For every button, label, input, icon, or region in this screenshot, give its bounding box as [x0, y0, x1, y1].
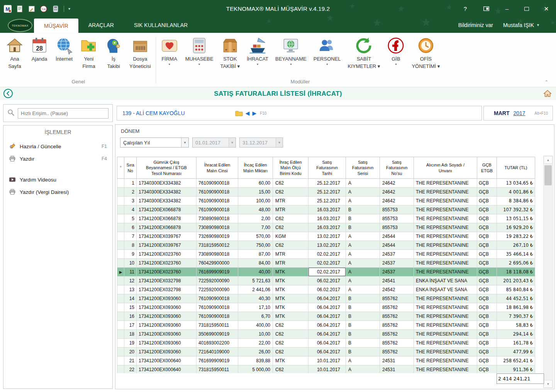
- table-cell[interactable]: 84,00: [238, 259, 273, 268]
- table-cell[interactable]: THE REPRESENTANINE: [414, 348, 477, 356]
- table-cell[interactable]: 294,14 ₺: [497, 330, 535, 339]
- home-icon[interactable]: [543, 89, 552, 100]
- table-cell[interactable]: C62: [273, 179, 309, 188]
- table-cell[interactable]: 855753: [380, 205, 414, 214]
- table-row[interactable]: 1317341200EX0327987225920000902 441,06MT…: [117, 285, 535, 294]
- table-cell[interactable]: 06.04.2017: [309, 330, 346, 339]
- calculator-icon[interactable]: [52, 5, 59, 13]
- table-cell[interactable]: 722592000090: [197, 285, 238, 294]
- table-cell[interactable]: 258 652,41 ₺: [497, 356, 535, 365]
- table-cell[interactable]: 2 695,06 ₺: [497, 259, 535, 268]
- table-cell[interactable]: 750,00: [238, 241, 273, 250]
- table-cell[interactable]: 44 452,51 ₺: [497, 294, 535, 303]
- tab-musavi-r[interactable]: MÜŞAVİR: [34, 19, 78, 33]
- table-cell[interactable]: B: [346, 321, 380, 330]
- table-cell[interactable]: 40,30: [238, 294, 273, 303]
- ribbon-button-yeni-firma[interactable]: YeniFirma: [76, 36, 101, 71]
- table-cell[interactable]: 18 861,98 ₺: [497, 303, 535, 312]
- user-menu[interactable]: Mustafa IŞIK▼: [503, 22, 540, 28]
- table-cell[interactable]: B: [346, 214, 380, 223]
- table-cell[interactable]: 18: [124, 330, 137, 339]
- table-cell[interactable]: 730890980018: [197, 223, 238, 232]
- table-cell[interactable]: 6: [124, 223, 137, 232]
- table-cell[interactable]: 85 840,84 ₺: [497, 285, 535, 294]
- table-cell[interactable]: GÇB: [477, 259, 497, 268]
- table-cell[interactable]: 17341200EX023760: [137, 250, 197, 259]
- table-row[interactable]: 1417341200EX09306076109090001840,30MTK06…: [117, 294, 535, 303]
- table-cell[interactable]: 8 384,86 ₺: [497, 197, 535, 205]
- table-row[interactable]: 1217341200EX0327987225920000905 721,63MT…: [117, 277, 535, 285]
- notification-link[interactable]: Bildiriminiz var: [458, 22, 493, 28]
- table-cell[interactable]: 13 051,15 ₺: [497, 214, 535, 223]
- table-cell[interactable]: 761090900018: [197, 197, 238, 205]
- table-cell[interactable]: MTK: [273, 294, 309, 303]
- table-cell[interactable]: 855762: [380, 294, 414, 303]
- table-cell[interactable]: 10: [124, 259, 137, 268]
- table-row[interactable]: 1717341200EX093060731815950011400,00C620…: [117, 321, 535, 330]
- table-cell[interactable]: 730890980018: [197, 250, 238, 259]
- table-cell[interactable]: GÇB: [477, 241, 497, 250]
- panel-dock-icon[interactable]: [483, 5, 490, 12]
- table-cell[interactable]: 06.02.2017: [309, 277, 346, 285]
- table-cell[interactable]: 24537: [380, 268, 414, 277]
- table-cell[interactable]: GÇB: [477, 365, 497, 373]
- table-cell[interactable]: 7 390,37 ₺: [497, 312, 535, 321]
- table-cell[interactable]: ENKA İNŞAAT VE SANA: [414, 277, 477, 285]
- table-cell[interactable]: 731815950011: [197, 365, 238, 373]
- table-cell[interactable]: 201 203,43 ₺: [497, 277, 535, 285]
- table-row[interactable]: 117340300EX33438276109090001860,00C6225.…: [117, 179, 535, 188]
- table-cell[interactable]: 48,00: [238, 205, 273, 214]
- table-row[interactable]: 617341200EX0668787308909800187,00C6216.0…: [117, 223, 535, 232]
- table-cell[interactable]: 16: [124, 312, 137, 321]
- table-cell[interactable]: 5 000,00: [238, 365, 273, 373]
- table-cell[interactable]: 17: [124, 321, 137, 330]
- table-cell[interactable]: 17341200EX093060: [137, 294, 197, 303]
- table-cell[interactable]: 18 118,08 ₺: [497, 268, 535, 277]
- table-cell[interactable]: C62: [273, 223, 309, 232]
- table-cell[interactable]: THE REPRESENTANINE: [414, 303, 477, 312]
- table-cell[interactable]: 855753: [380, 214, 414, 223]
- table-cell[interactable]: 11: [124, 268, 137, 277]
- table-cell[interactable]: C62: [273, 339, 309, 348]
- table-cell[interactable]: 40,00: [238, 268, 273, 277]
- table-cell[interactable]: GÇB: [477, 179, 497, 188]
- table-cell[interactable]: 24531: [380, 356, 414, 365]
- table-cell[interactable]: MTK: [273, 303, 309, 312]
- table-cell[interactable]: A: [346, 241, 380, 250]
- folder-icon[interactable]: [235, 110, 243, 116]
- table-cell[interactable]: THE REPRESENTANINE: [414, 321, 477, 330]
- table-cell[interactable]: GÇB: [477, 277, 497, 285]
- table-cell[interactable]: A: [346, 197, 380, 205]
- table-cell[interactable]: 761090900018: [197, 294, 238, 303]
- grid-column-header[interactable]: Satış Faturasının Serisi: [346, 157, 380, 179]
- table-cell[interactable]: 2 441,06: [238, 285, 273, 294]
- table-cell[interactable]: 855762: [380, 312, 414, 321]
- table-cell[interactable]: 06.04.2017: [309, 312, 346, 321]
- table-cell[interactable]: THE REPRESENTANINE: [414, 241, 477, 250]
- table-cell[interactable]: 8: [124, 241, 137, 250]
- help-button[interactable]: ?: [462, 5, 469, 12]
- table-cell[interactable]: 24544: [380, 232, 414, 241]
- grid-column-header[interactable]: Sıra No: [124, 157, 137, 179]
- table-cell[interactable]: GÇB: [477, 232, 497, 241]
- ribbon-button-i-nternet[interactable]: İnternet: [52, 36, 76, 64]
- table-cell[interactable]: THE REPRESENTANINE: [414, 339, 477, 348]
- table-cell[interactable]: 761090900018: [197, 312, 238, 321]
- table-row[interactable]: 1017341200EX02376076042990000084,00MTR02…: [117, 259, 535, 268]
- table-cell[interactable]: THE REPRESENTANINE: [414, 268, 477, 277]
- table-cell[interactable]: 16.03.2017: [309, 205, 346, 214]
- table-cell[interactable]: GÇB: [477, 250, 497, 259]
- table-cell[interactable]: 13.02.2017: [309, 232, 346, 241]
- table-cell[interactable]: B: [346, 223, 380, 232]
- table-cell[interactable]: A: [346, 232, 380, 241]
- table-cell[interactable]: 267,10 ₺: [497, 241, 535, 250]
- table-cell[interactable]: 16 929,20 ₺: [497, 223, 535, 232]
- table-cell[interactable]: MTK: [273, 356, 309, 365]
- chevron-down-icon[interactable]: ▼: [181, 138, 188, 147]
- table-cell[interactable]: GÇB: [477, 223, 497, 232]
- table-cell[interactable]: 06.04.2017: [309, 294, 346, 303]
- table-cell[interactable]: 35 466,14 ₺: [497, 250, 535, 259]
- table-cell[interactable]: 1: [124, 179, 137, 188]
- table-cell[interactable]: 17341200EX066878: [137, 205, 197, 214]
- ribbon-button-stok-taki-bi[interactable]: STOKTAKİBİ ▾: [217, 36, 243, 71]
